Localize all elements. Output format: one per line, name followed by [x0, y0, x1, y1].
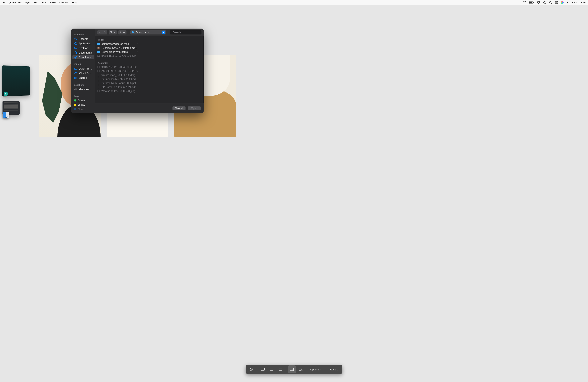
chevron-down-icon: [113, 31, 116, 34]
cancel-button[interactable]: Cancel: [172, 106, 186, 110]
file-row[interactable]: Perpres Nom…ahun 2023.pdf: [95, 81, 141, 85]
capture-window-button[interactable]: [268, 365, 276, 373]
app-icon-filmora[interactable]: ✦: [4, 92, 8, 96]
spotlight-icon[interactable]: [549, 1, 552, 4]
menubar-status: Fri 13 Sep 18.26: [522, 1, 586, 4]
file-name: Perpres Nom…ahun 2023.pdf: [101, 81, 139, 84]
sidebar-item-macintosh-hd[interactable]: Macintos…: [72, 87, 94, 91]
sidebar-item-icloud-drive[interactable]: iCloud Dri…: [72, 71, 94, 75]
folder-icon: [74, 67, 77, 70]
menu-edit[interactable]: Edit: [42, 1, 46, 4]
dialog-sidebar: Favorites Recents Applicatio… Desktop Do…: [71, 29, 95, 113]
svg-rect-18: [120, 31, 120, 32]
tag-dot-icon: [74, 108, 76, 110]
file-row[interactable]: New Folder With Items 〉: [95, 50, 141, 54]
sidebar-item-applications[interactable]: Applicatio…: [72, 41, 94, 46]
record-button[interactable]: Record: [327, 365, 341, 373]
sidebar-item-label: QuickTim…: [79, 67, 92, 70]
sidebar-item-recents[interactable]: Recents: [72, 37, 94, 41]
svg-point-39: [301, 370, 302, 371]
sidebar-section-tags: Tags: [72, 94, 94, 98]
menu-file[interactable]: File: [34, 1, 38, 4]
desktop-icon: [74, 46, 77, 50]
sidebar-item-desktop[interactable]: Desktop: [72, 46, 94, 50]
capture-selection-button[interactable]: [276, 365, 284, 373]
svg-point-7: [555, 1, 556, 2]
battery-icon[interactable]: [529, 1, 534, 4]
file-row[interactable]: Funniest Cat…n 2 Minute.mp4: [95, 46, 141, 50]
sidebar-section-favorites: Favorites: [72, 33, 94, 37]
menu-window[interactable]: Window: [59, 1, 68, 4]
file-row[interactable]: photo-15362…9070f9279.avif: [95, 54, 141, 58]
close-toolbar-button[interactable]: [247, 365, 255, 373]
svg-rect-27: [97, 66, 99, 68]
search-field[interactable]: [170, 30, 202, 35]
cancel-button-label: Cancel: [175, 107, 183, 110]
open-button[interactable]: Open: [188, 106, 201, 110]
record-label: Record: [330, 368, 338, 371]
app-icon-finder[interactable]: [3, 112, 9, 118]
location-popup[interactable]: Downloads: [130, 30, 166, 35]
menu-help[interactable]: Help: [72, 1, 77, 4]
sidebar-item-tag-yellow[interactable]: Yellow: [72, 103, 94, 107]
disk-icon: [74, 88, 77, 91]
menu-view[interactable]: View: [50, 1, 56, 4]
creative-cloud-icon[interactable]: [522, 1, 526, 4]
svg-rect-29: [97, 90, 99, 92]
screenshot-toolbar: Options⌄ Record: [246, 365, 342, 374]
document-icon: [97, 77, 100, 80]
file-row[interactable]: Permenkes N…ahun 2024.pdf: [95, 77, 141, 81]
view-columns-button[interactable]: [109, 30, 117, 35]
file-name: Funniest Cat…n 2 Minute.mp4: [101, 46, 139, 49]
sidebar-item-shared[interactable]: Shared: [72, 76, 94, 80]
record-selection-button[interactable]: [297, 365, 305, 373]
sidebar-item-label: Shared: [79, 76, 87, 79]
sidebar-item-downloads[interactable]: Downloads: [72, 55, 94, 59]
group-title: Yesterday: [95, 60, 141, 65]
control-center-icon[interactable]: [555, 1, 558, 4]
dialog-toolbar: Downloads: [95, 29, 204, 36]
file-row[interactable]: WhatsApp Im…09.06.20.jpeg: [95, 89, 141, 93]
file-column-2: [141, 36, 204, 103]
options-button[interactable]: Options⌄: [308, 365, 325, 373]
chevron-right-icon: 〉: [137, 50, 139, 53]
file-column-1[interactable]: Today compress video on mac 〉 Funniest C…: [95, 36, 141, 103]
menubar: QuickTime Player File Edit View Window H…: [0, 0, 588, 5]
sidebar-item-tag-green[interactable]: Green: [72, 98, 94, 102]
svg-rect-28: [97, 70, 99, 72]
svg-rect-12: [74, 47, 77, 49]
file-row[interactable]: A8BCF092-6…BDA6F1F.JPEG: [95, 69, 141, 73]
sidebar-item-quicktime-folder[interactable]: QuickTim…: [72, 66, 94, 71]
back-button[interactable]: [97, 30, 102, 35]
svg-rect-20: [120, 32, 120, 33]
sidebar-section-icloud: iCloud: [72, 62, 94, 66]
apple-logo-icon[interactable]: [2, 1, 5, 4]
capture-entire-screen-button[interactable]: [259, 365, 267, 373]
clock-icon: [74, 37, 77, 40]
file-row[interactable]: compress video on mac 〉: [95, 42, 141, 46]
group-by-button[interactable]: [118, 30, 126, 35]
forward-button[interactable]: [102, 30, 107, 35]
file-name: Permenkes N…ahun 2024.pdf: [101, 77, 139, 80]
menubar-clock[interactable]: Fri 13 Sep 18.26: [567, 1, 586, 4]
image-icon: [97, 65, 100, 69]
sidebar-item-documents[interactable]: Documents: [72, 50, 94, 55]
sidebar-item-tag-blue[interactable]: Blue: [72, 107, 94, 111]
app-name[interactable]: QuickTime Player: [9, 1, 31, 4]
video-thumb-icon: [97, 46, 100, 49]
time-machine-icon[interactable]: [543, 1, 546, 4]
file-row[interactable]: PP Nomor 37 Tahun 2021.pdf: [95, 85, 141, 89]
record-entire-screen-button[interactable]: [288, 365, 296, 373]
file-name: filmora-mac_…full14792.dmg: [101, 74, 139, 76]
open-button-label: Open: [191, 107, 197, 110]
wifi-icon[interactable]: [537, 1, 540, 4]
search-input[interactable]: [173, 31, 204, 34]
svg-rect-31: [261, 368, 265, 370]
svg-point-36: [293, 370, 293, 371]
open-file-dialog: Favorites Recents Applicatio… Desktop Do…: [71, 29, 204, 113]
file-row[interactable]: 9C138153-B8…D54E6E.JPEG: [95, 65, 141, 69]
file-row[interactable]: filmora-mac_…full14792.dmg: [95, 73, 141, 77]
svg-rect-21: [121, 32, 121, 33]
siri-icon[interactable]: [561, 1, 564, 4]
chevron-down-icon: [123, 31, 125, 34]
